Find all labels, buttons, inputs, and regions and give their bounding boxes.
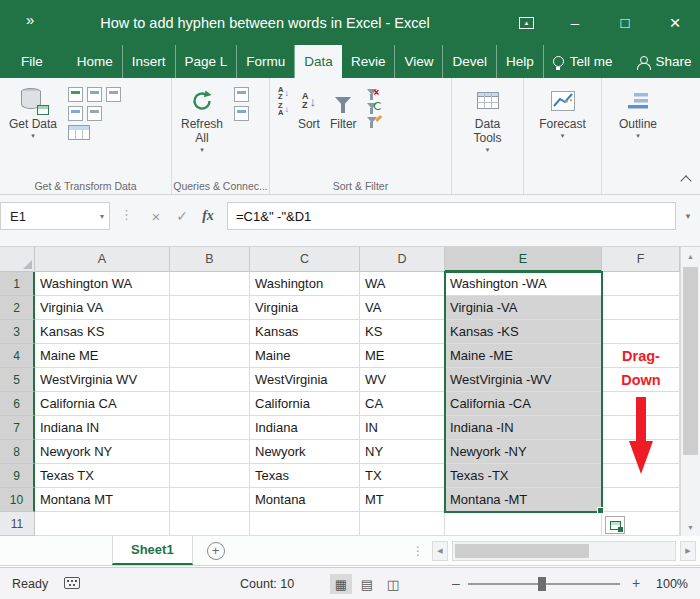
cell-D3[interactable]: KS (360, 320, 445, 344)
new-sheet-button[interactable]: + (207, 542, 225, 560)
cell-E4[interactable]: Maine -ME (445, 344, 602, 368)
tab-insert[interactable]: Insert (123, 45, 176, 78)
sort-ascending-icon[interactable]: AZ ↓ (278, 86, 289, 100)
formula-input[interactable]: =C1&" -"&D1 (227, 202, 676, 230)
cell-F2[interactable] (602, 296, 680, 320)
cell-B8[interactable] (170, 440, 250, 464)
row-header-5[interactable]: 5 (0, 368, 35, 392)
insert-function-icon[interactable]: fx (195, 202, 221, 230)
cell-E6[interactable]: California -CA (445, 392, 602, 416)
cell-E7[interactable]: Indiana -IN (445, 416, 602, 440)
tab-file[interactable]: File (12, 45, 52, 78)
tab-developer[interactable]: Devel (443, 45, 497, 78)
tab-splitter-grip-icon[interactable]: ⋮ (412, 544, 424, 558)
cell-B1[interactable] (170, 272, 250, 296)
cell-E10[interactable]: Montana -MT (445, 488, 602, 512)
page-break-view-icon[interactable]: ◫ (382, 574, 404, 594)
vertical-scrollbar[interactable]: ▲ ▼ (680, 247, 700, 536)
cell-D4[interactable]: ME (360, 344, 445, 368)
data-table-icon[interactable] (68, 125, 90, 140)
cell-A4[interactable]: Maine ME (35, 344, 170, 368)
minimize-button[interactable]: – (550, 0, 600, 45)
enter-icon[interactable]: ✓ (169, 202, 195, 230)
cancel-icon[interactable]: × (143, 202, 169, 230)
cell-D1[interactable]: WA (360, 272, 445, 296)
formula-bar-grip-icon[interactable]: ⋮ (120, 207, 133, 222)
from-text-csv-icon[interactable] (68, 87, 83, 102)
zoom-slider[interactable] (468, 574, 620, 594)
scroll-down-button[interactable]: ▼ (681, 518, 700, 536)
cell-C1[interactable]: Washington (250, 272, 360, 296)
clear-filter-icon[interactable] (367, 89, 377, 95)
cell-D7[interactable]: IN (360, 416, 445, 440)
cell-E3[interactable]: Kansas -KS (445, 320, 602, 344)
select-all-button[interactable] (0, 247, 35, 272)
get-data-button[interactable]: Get Data ▾ (4, 83, 62, 142)
cell-B2[interactable] (170, 296, 250, 320)
cell-C5[interactable]: WestVirginia (250, 368, 360, 392)
cell-F10[interactable] (602, 488, 680, 512)
cell-D11[interactable] (360, 512, 445, 536)
close-button[interactable]: × (650, 0, 700, 45)
cell-C2[interactable]: Virginia (250, 296, 360, 320)
row-header-9[interactable]: 9 (0, 464, 35, 488)
scroll-up-button[interactable]: ▲ (681, 247, 700, 265)
cell-A3[interactable]: Kansas KS (35, 320, 170, 344)
row-header-1[interactable]: 1 (0, 272, 35, 296)
tab-review[interactable]: Revie (342, 45, 396, 78)
existing-connections-icon[interactable] (87, 106, 102, 121)
cell-A1[interactable]: Washington WA (35, 272, 170, 296)
zoom-level[interactable]: 100% (656, 577, 688, 591)
name-box-dropdown-icon[interactable]: ▾ (100, 212, 104, 221)
zoom-slider-thumb[interactable] (538, 577, 546, 591)
edit-links-icon[interactable] (234, 106, 249, 121)
column-header-F[interactable]: F (602, 247, 680, 272)
tab-formulas[interactable]: Formu (237, 45, 295, 78)
cell-C6[interactable]: California (250, 392, 360, 416)
cell-D6[interactable]: CA (360, 392, 445, 416)
cell-B6[interactable] (170, 392, 250, 416)
sheet-tab-sheet1[interactable]: Sheet1 (112, 536, 193, 565)
row-header-2[interactable]: 2 (0, 296, 35, 320)
cell-D5[interactable]: WV (360, 368, 445, 392)
column-header-C[interactable]: C (250, 247, 360, 272)
outline-button[interactable]: Outline ▾ (606, 83, 670, 142)
maximize-button[interactable]: □ (600, 0, 650, 45)
cell-A5[interactable]: WestVirginia WV (35, 368, 170, 392)
cell-B7[interactable] (170, 416, 250, 440)
cell-E9[interactable]: Texas -TX (445, 464, 602, 488)
share-button[interactable]: Share (621, 45, 700, 78)
tab-page-layout[interactable]: Page L (176, 45, 238, 78)
forecast-button[interactable]: Forecast ▾ (528, 83, 597, 142)
column-header-A[interactable]: A (35, 247, 170, 272)
cell-A11[interactable] (35, 512, 170, 536)
row-header-8[interactable]: 8 (0, 440, 35, 464)
data-tools-button[interactable]: Data Tools ▾ (456, 83, 519, 156)
advanced-filter-icon[interactable] (367, 117, 377, 123)
cell-F3[interactable] (602, 320, 680, 344)
cell-C9[interactable]: Texas (250, 464, 360, 488)
cell-A6[interactable]: California CA (35, 392, 170, 416)
row-header-4[interactable]: 4 (0, 344, 35, 368)
cell-B9[interactable] (170, 464, 250, 488)
cell-C7[interactable]: Indiana (250, 416, 360, 440)
cell-C8[interactable]: Newyork (250, 440, 360, 464)
cell-E2[interactable]: Virginia -VA (445, 296, 602, 320)
row-header-10[interactable]: 10 (0, 488, 35, 512)
cell-C10[interactable]: Montana (250, 488, 360, 512)
horizontal-scrollbar-thumb[interactable] (455, 544, 589, 558)
cell-C11[interactable] (250, 512, 360, 536)
from-web-icon[interactable] (87, 87, 102, 102)
scroll-right-button[interactable]: ▶ (680, 541, 696, 561)
tab-tell-me[interactable]: Tell me (544, 45, 622, 78)
column-header-E[interactable]: E (445, 247, 602, 272)
zoom-in-button[interactable]: + (628, 575, 644, 591)
row-header-7[interactable]: 7 (0, 416, 35, 440)
row-header-3[interactable]: 3 (0, 320, 35, 344)
cell-D10[interactable]: MT (360, 488, 445, 512)
cell-B10[interactable] (170, 488, 250, 512)
tab-home[interactable]: Home (68, 45, 123, 78)
formula-bar-expand-icon[interactable]: ▾ (676, 202, 700, 230)
macro-record-icon[interactable] (64, 577, 80, 589)
cell-A2[interactable]: Virginia VA (35, 296, 170, 320)
